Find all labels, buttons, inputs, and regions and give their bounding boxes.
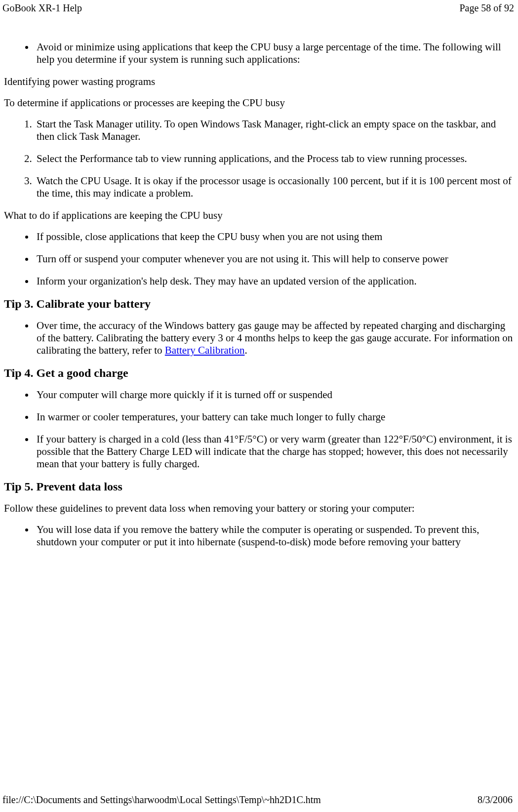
tip5-heading: Tip 5. Prevent data loss bbox=[4, 480, 514, 493]
intro-bullet: Avoid or minimize using applications tha… bbox=[35, 41, 514, 66]
document-content: Avoid or minimize using applications tha… bbox=[0, 41, 518, 548]
page-footer: file://C:\Documents and Settings\harwood… bbox=[0, 792, 517, 808]
step-3: Watch the CPU Usage. It is okay if the p… bbox=[35, 175, 514, 200]
tip4-bullet-2: In warmer or cooler temperatures, your b… bbox=[35, 411, 514, 423]
header-page-number: Page 58 of 92 bbox=[459, 2, 514, 14]
identifying-intro: To determine if applications or processe… bbox=[4, 97, 514, 109]
footer-date: 8/3/2006 bbox=[478, 794, 513, 806]
battery-calibration-link[interactable]: Battery Calibration bbox=[165, 344, 245, 356]
tip5-intro: Follow these guidelines to prevent data … bbox=[4, 502, 514, 515]
step-1: Start the Task Manager utility. To open … bbox=[35, 118, 514, 143]
tip3-text-prefix: Over time, the accuracy of the Windows b… bbox=[37, 320, 513, 356]
tip4-bullet-1: Your computer will charge more quickly i… bbox=[35, 389, 514, 401]
footer-path: file://C:\Documents and Settings\harwood… bbox=[2, 794, 321, 806]
header-title: GoBook XR-1 Help bbox=[2, 2, 82, 14]
identifying-subheading: Identifying power wasting programs bbox=[4, 76, 514, 88]
tip4-heading: Tip 4. Get a good charge bbox=[4, 366, 514, 380]
tip4-bullet-3: If your battery is charged in a cold (le… bbox=[35, 433, 514, 470]
whattodo-subheading: What to do if applications are keeping t… bbox=[4, 209, 514, 222]
whattodo-bullet-1: If possible, close applications that kee… bbox=[35, 231, 514, 243]
whattodo-bullet-2: Turn off or suspend your computer whenev… bbox=[35, 253, 514, 265]
tip3-bullet: Over time, the accuracy of the Windows b… bbox=[35, 320, 514, 357]
whattodo-bullet-3: Inform your organization's help desk. Th… bbox=[35, 275, 514, 287]
tip3-text-suffix: . bbox=[244, 344, 247, 356]
page-header: GoBook XR-1 Help Page 58 of 92 bbox=[0, 0, 518, 16]
tip5-bullet: You will lose data if you remove the bat… bbox=[35, 524, 514, 548]
step-2: Select the Performance tab to view runni… bbox=[35, 153, 514, 165]
tip3-heading: Tip 3. Calibrate your battery bbox=[4, 297, 514, 311]
